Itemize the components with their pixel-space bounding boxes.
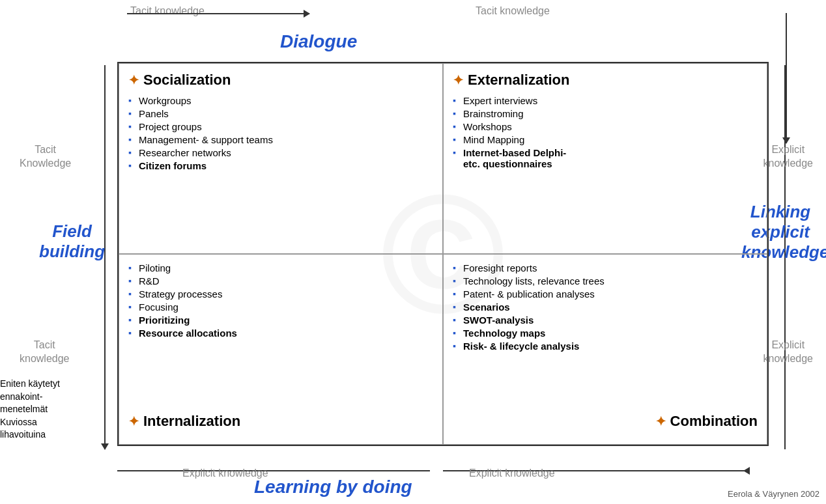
top-left-arrow xyxy=(127,13,309,14)
list-item: Brainstroming xyxy=(453,108,758,119)
list-item: Patent- & publication analyses xyxy=(453,288,758,300)
top-left-tacit-label: Tacit knowledge xyxy=(130,5,205,17)
list-item: Focusing xyxy=(128,301,433,313)
list-item: Researcher networks xyxy=(128,147,433,158)
externalization-title: ✦ Externalization xyxy=(453,72,758,89)
list-item: Risk- & lifecycle analysis xyxy=(453,341,758,352)
list-item: Internet-based Delphi-etc. questionnaire… xyxy=(453,147,758,169)
list-item: Resource allocations xyxy=(128,328,433,339)
list-item: Workgroups xyxy=(128,95,433,106)
combination-icon: ✦ xyxy=(655,413,666,429)
combination-title: ✦ Combination xyxy=(655,413,758,430)
right-explicit-knowledge-top: Explicitknowledge xyxy=(763,143,814,171)
dialogue-label: Dialogue xyxy=(280,31,357,52)
finnish-text: Eniten käytetytennakoint-menetelmätKuvio… xyxy=(0,378,60,441)
externalization-cell: ✦ Externalization Expert interviews Brai… xyxy=(443,63,767,254)
internalization-title: ✦ Internalization xyxy=(128,413,240,430)
socialization-icon: ✦ xyxy=(128,72,139,88)
list-item: Panels xyxy=(128,108,433,119)
bottom-left-arrow xyxy=(117,470,430,471)
top-right-tacit-label: Tacit knowledge xyxy=(476,5,550,17)
list-item: Expert interviews xyxy=(453,95,758,106)
externalization-icon: ✦ xyxy=(453,72,464,88)
list-item: Prioritizing xyxy=(128,315,433,326)
list-item: R&D xyxy=(128,275,433,287)
list-item: Strategy processes xyxy=(128,288,433,300)
knowledge-grid: ✦ Socialization Workgroups Panels Projec… xyxy=(117,62,769,446)
socialization-list: Workgroups Panels Project groups Managem… xyxy=(128,95,433,171)
citation-label: Eerola & Väyrynen 2002 xyxy=(728,489,819,499)
right-explicit-knowledge-bottom: Explicitknowledge xyxy=(763,339,814,366)
list-item: Mind Mapping xyxy=(453,134,758,145)
internalization-list: Piloting R&D Strategy processes Focusing… xyxy=(128,262,433,339)
internalization-icon: ✦ xyxy=(128,413,139,429)
left-tacit-knowledge-top: TacitKnowledge xyxy=(20,143,71,171)
list-item: Workshops xyxy=(453,121,758,132)
list-item: Technology lists, relevance trees xyxy=(453,275,758,287)
list-item: Citizen forums xyxy=(128,160,433,171)
list-item: Project groups xyxy=(128,121,433,132)
list-item: Management- & support teams xyxy=(128,134,433,145)
combination-list: Foresight reports Technology lists, rele… xyxy=(453,262,758,352)
list-item: Scenarios xyxy=(453,301,758,313)
list-item: Technology maps xyxy=(453,328,758,339)
socialization-title: ✦ Socialization xyxy=(128,72,433,89)
combination-cell: ✦ Combination Foresight reports Technolo… xyxy=(443,254,767,445)
externalization-list: Expert interviews Brainstroming Workshop… xyxy=(453,95,758,169)
list-item: Foresight reports xyxy=(453,262,758,273)
socialization-cell: ✦ Socialization Workgroups Panels Projec… xyxy=(119,63,443,254)
list-item: Piloting xyxy=(128,262,433,273)
top-right-arrow xyxy=(786,13,787,143)
internalization-cell: ✦ Internalization Piloting R&D Strategy … xyxy=(119,254,443,445)
field-building-label: Fieldbuilding xyxy=(39,221,105,262)
learning-by-doing-label: Learning by doing xyxy=(254,477,412,497)
left-tacit-knowledge-bottom: Tacitknowledge xyxy=(20,339,70,366)
bottom-explicit-right-label: Explicit knowledge xyxy=(469,468,555,479)
list-item: SWOT-analysis xyxy=(453,315,758,326)
